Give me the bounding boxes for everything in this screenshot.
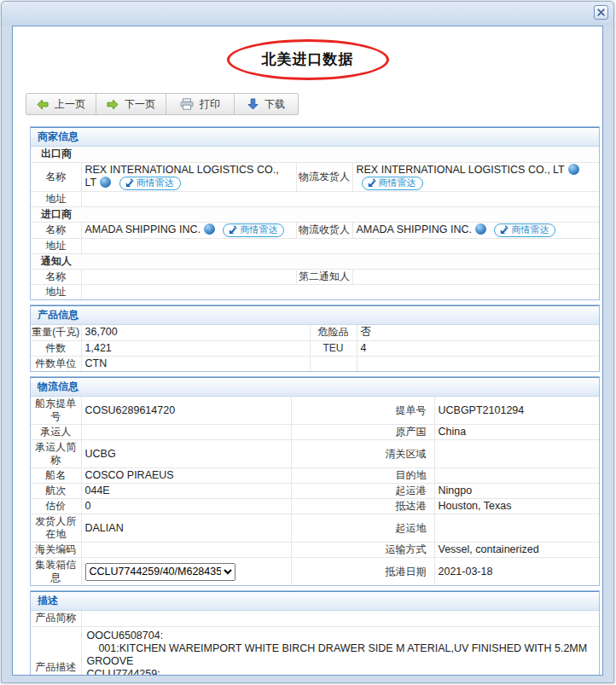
second-notify-value [352,269,599,284]
subheader-row: 进口商 [31,206,599,222]
close-button[interactable] [594,5,608,20]
field-label: 船东提单号 [31,397,81,425]
container-info-cell: CCLU7744259/40/M628435 [81,558,291,586]
dangerous-value: 否 [357,325,599,340]
dialog-window: 北美进口数据 上一页 下一页 打印 下载 [1,1,614,683]
table-row: 名称 第二通知人 [31,269,599,284]
company-name: REX INTERNATIONAL LOGISTICS CO., LT [85,164,279,189]
field-label: 航次 [31,484,81,499]
company-name: AMADA SHIPPING INC. [85,223,200,235]
field-label: 海关编码 [31,543,81,558]
merchant-table: 出口商 名称 REX INTERNATIONAL LOGISTICS CO., … [31,147,599,299]
radar-icon [125,178,134,188]
field-label: 抵港日期 [291,558,434,586]
section-product-info: 产品信息 重量(千克) 36,700 危险品 否 件数 1,421 TEU 4 [30,305,600,372]
field-label: 承运人简称 [31,440,81,468]
table-row: 集装箱信息 CCLU7744259/40/M628435 抵港日期 2021-0… [31,558,599,586]
field-label: 发货人所在地 [31,514,81,543]
globe-icon[interactable] [475,223,486,235]
table-row: 承运人简称 UCBG 清关区域 [31,440,599,468]
field-label: 重量(千克) [31,325,81,340]
table-row: 名称 AMADA SHIPPING INC. 商情雷达 [31,222,599,238]
field-label: 起运地 [291,514,434,543]
field-label: 名称 [31,222,81,238]
radar-badge-button[interactable]: 商情雷达 [223,223,284,237]
globe-icon[interactable] [568,164,579,175]
company-name: AMADA SHIPPING INC. [357,223,472,235]
download-button[interactable]: 下载 [235,94,298,114]
close-icon [597,9,605,16]
vessel-name-value: COSCO PIRAEUS [81,468,291,484]
notify-address-value [81,284,599,299]
field-label: 名称 [31,269,81,284]
field-label: 估价 [31,499,81,514]
field-label: 清关区域 [291,440,434,468]
radar-icon [499,225,508,235]
field-label: TEU [310,340,357,356]
importer-name-value: AMADA SHIPPING INC. 商情雷达 [81,222,296,238]
unit-value: CTN [81,356,310,371]
field-label: 物流发货人 [296,162,352,191]
section-header: 商家信息 [31,127,599,147]
field-label: 件数单位 [31,356,81,371]
section-merchant-info: 商家信息 出口商 名称 REX INTERNATIONAL LOGISTICS … [30,126,600,300]
field-label: 地址 [31,238,81,253]
field-label: 船名 [31,468,81,484]
table-row: 地址 [31,284,599,299]
prev-page-button[interactable]: 上一页 [26,94,96,114]
radar-badge-button[interactable]: 商情雷达 [119,177,181,190]
section-header: 描述 [31,591,599,611]
prev-page-label: 上一页 [55,97,85,112]
field-label: 起运港 [291,484,434,499]
table-row: 产品简称 [31,611,599,626]
importer-address-value [81,238,599,253]
table-row: 件数 1,421 TEU 4 [31,340,599,356]
printer-icon [180,98,194,110]
section-description: 描述 产品简称 产品描述 OOCU6508704: 001:KITCHEN WA… [30,590,600,676]
carrier-abbr-value: UCBG [81,440,291,468]
next-page-button[interactable]: 下一页 [96,94,166,114]
field-label: 地址 [31,284,81,299]
field-label: 运输方式 [291,543,434,558]
table-row: 名称 REX INTERNATIONAL LOGISTICS CO., LT 商… [31,162,599,191]
voyage-value: 044E [81,484,291,499]
red-highlight-ellipse: 北美进口数据 [227,39,389,80]
table-row: 重量(千克) 36,700 危险品 否 [31,325,599,340]
radar-badge-button[interactable]: 商情雷达 [494,223,555,237]
radar-badge-label: 商情雷达 [379,177,416,189]
empty-value [357,356,599,371]
bl-number-value: UCBGPT2101294 [434,397,599,425]
table-row: 承运人 原产国 China [31,425,599,440]
globe-icon[interactable] [204,223,215,235]
radar-badge-button[interactable]: 商情雷达 [362,177,423,190]
left-arrow-icon [37,99,49,110]
valuation-value: 0 [81,499,291,514]
dialog-panel: 北美进口数据 上一页 下一页 打印 下载 [12,26,603,676]
product-description-value: OOCU6508704: 001:KITCHEN WAREIMPORT WHIT… [81,626,599,676]
logistics-table: 船东提单号 COSU6289614720 提单号 UCBGPT2101294 承… [31,397,599,585]
table-row: 地址 [31,191,599,206]
field-label: 承运人 [31,425,81,440]
globe-icon[interactable] [100,177,111,188]
section-logistics-info: 物流信息 船东提单号 COSU6289614720 提单号 UCBGPT2101… [30,376,600,586]
quantity-value: 1,421 [81,340,310,356]
subheader-row: 出口商 [31,147,599,162]
destination-value [434,468,599,484]
next-page-label: 下一页 [125,97,155,112]
title-bar [2,2,613,26]
table-row: 地址 [31,238,599,253]
container-select[interactable]: CCLU7744259/40/M628435 [85,563,235,581]
master-bl-value: COSU6289614720 [81,397,291,425]
field-label: 目的地 [291,468,434,484]
customs-code-value [81,543,291,558]
print-button[interactable]: 打印 [166,94,235,114]
radar-badge-label: 商情雷达 [137,177,174,189]
field-label: 抵达港 [291,499,434,514]
page-title: 北美进口数据 [262,51,354,67]
radar-badge-label: 商情雷达 [511,223,549,236]
table-row: 海关编码 运输方式 Vessel, containerized [31,543,599,558]
teu-value: 4 [357,340,599,356]
field-label: 地址 [31,191,81,206]
content-area: 商家信息 出口商 名称 REX INTERNATIONAL LOGISTICS … [13,115,602,676]
transport-mode-value: Vessel, containerized [434,543,599,558]
